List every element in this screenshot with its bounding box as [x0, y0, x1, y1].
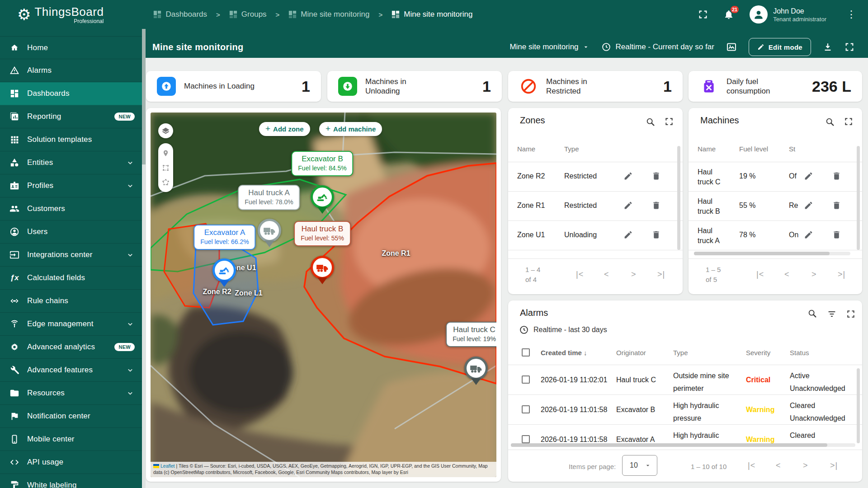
column-header-name[interactable]: Name [517, 145, 535, 153]
sidebar-item-edge-management[interactable]: Edge management [0, 313, 142, 336]
sidebar-item-calculated-fields[interactable]: ƒx Calculated fields [0, 267, 142, 290]
first-page-button[interactable]: |< [756, 270, 764, 279]
first-page-button[interactable]: |< [576, 270, 584, 279]
next-page-button[interactable]: > [803, 461, 808, 470]
mine-site-map[interactable]: +Add zone +Add machine Zone R1 Zone U1 Z… [151, 113, 496, 477]
alarm-row[interactable]: 2026-01-19 11:01:58 Excavator A High hyd… [508, 424, 862, 443]
machine-tooltip-excavator-b[interactable]: Excavator BFuel level: 84.5% [291, 151, 353, 176]
marker-excavator-b[interactable] [311, 185, 334, 209]
machine-tooltip-haul-truck-b[interactable]: Haul truck BFuel level: 55% [294, 221, 351, 246]
fullscreen-icon[interactable] [844, 42, 854, 52]
alarms-timewindow[interactable]: Realtime - last 30 days [533, 326, 607, 334]
delete-icon[interactable] [832, 230, 841, 239]
delete-icon[interactable] [651, 230, 661, 239]
first-page-button[interactable]: |< [748, 461, 755, 470]
fullscreen-icon[interactable] [665, 117, 674, 126]
add-zone-button[interactable]: +Add zone [259, 122, 310, 136]
avatar[interactable] [750, 5, 768, 23]
column-header-status[interactable]: Status [790, 349, 809, 357]
prev-page-button[interactable]: < [784, 270, 790, 279]
column-header-fuel[interactable]: Fuel level [739, 145, 768, 153]
last-page-button[interactable]: >| [830, 461, 838, 470]
edit-icon[interactable] [804, 171, 813, 181]
map-draw-tools[interactable] [158, 143, 173, 192]
sidebar-item-notification-center[interactable]: Notification center [0, 405, 142, 428]
sidebar-item-users[interactable]: Users [0, 221, 142, 244]
column-header-type[interactable]: Type [564, 145, 579, 153]
prev-page-button[interactable]: < [604, 270, 609, 279]
user-info[interactable]: John Doe Tenant administrator [773, 7, 826, 23]
machine-tooltip-excavator-a[interactable]: Excavator AFuel level: 66.2% [193, 225, 255, 250]
edit-icon[interactable] [623, 230, 633, 239]
sidebar-item-mobile-center[interactable]: Mobile center [0, 428, 142, 451]
breadcrumb-group-mine-site[interactable]: Mine site monitoring [288, 10, 369, 19]
dashboard-image-icon[interactable] [726, 42, 737, 52]
marker-excavator-a[interactable] [212, 258, 236, 282]
sidebar-item-reporting[interactable]: Reporting NEW [0, 105, 142, 128]
filter-icon[interactable] [827, 310, 836, 319]
last-page-button[interactable]: >| [657, 270, 665, 279]
breadcrumb-dashboards[interactable]: Dashboards [153, 10, 207, 19]
delete-icon[interactable] [832, 171, 841, 181]
marker-haul-truck-a[interactable] [258, 219, 281, 242]
search-icon[interactable] [825, 117, 835, 127]
next-page-button[interactable]: > [811, 270, 817, 279]
sidebar-item-api-usage[interactable]: API usage [0, 451, 142, 474]
panel-scrollbar[interactable] [857, 368, 860, 443]
sidebar-item-customers[interactable]: Customers [0, 197, 142, 221]
sidebar-item-alarms[interactable]: Alarms [0, 59, 142, 82]
delete-icon[interactable] [651, 201, 661, 210]
kebab-menu-icon[interactable]: ⋮ [846, 9, 856, 19]
column-header-type[interactable]: Type [673, 349, 688, 357]
column-header-status[interactable]: St [789, 145, 795, 153]
search-icon[interactable] [646, 117, 656, 127]
horizontal-scrollbar[interactable] [694, 252, 850, 255]
notifications-bell-icon[interactable]: 21 [723, 9, 734, 20]
add-machine-button[interactable]: +Add machine [319, 122, 382, 136]
marker-haul-truck-c[interactable] [464, 357, 488, 380]
row-checkbox[interactable] [522, 375, 530, 384]
edit-icon[interactable] [804, 230, 813, 239]
next-page-button[interactable]: > [631, 270, 637, 279]
panel-scrollbar[interactable] [857, 146, 860, 250]
sidebar-item-advanced-analytics[interactable]: Advanced analytics NEW [0, 336, 142, 359]
column-header-originator[interactable]: Originator [616, 349, 646, 357]
edit-icon[interactable] [623, 201, 633, 210]
sidebar-item-entities[interactable]: Entities [0, 151, 142, 174]
edit-mode-button[interactable]: Edit mode [749, 38, 811, 56]
edit-icon[interactable] [623, 171, 633, 181]
clock-icon[interactable] [519, 325, 529, 335]
column-header-created[interactable]: Created time ↓ [541, 349, 587, 357]
breadcrumb-groups[interactable]: Groups [229, 10, 267, 19]
delete-icon[interactable] [651, 171, 661, 181]
select-all-checkbox[interactable] [522, 348, 530, 357]
row-checkbox[interactable] [522, 435, 530, 443]
sidebar-item-integrations-center[interactable]: Integrations center [0, 244, 142, 267]
column-header-severity[interactable]: Severity [746, 349, 770, 357]
delete-icon[interactable] [832, 201, 841, 210]
thingsboard-logo[interactable]: ⚙ ThingsBoard Professional [17, 5, 104, 24]
machine-tooltip-haul-truck-c[interactable]: Haul truck CFuel level: 19% [446, 322, 496, 347]
edit-icon[interactable] [804, 201, 813, 210]
column-header-name[interactable]: Name [698, 145, 716, 153]
sidebar-item-profiles[interactable]: Profiles [0, 174, 142, 197]
panel-scrollbar[interactable] [677, 146, 680, 250]
fullscreen-icon[interactable] [844, 117, 853, 126]
prev-page-button[interactable]: < [776, 461, 781, 470]
sidebar-item-solution-templates[interactable]: Solution templates [0, 128, 142, 151]
last-page-button[interactable]: >| [838, 270, 845, 279]
map-layers-button[interactable] [158, 123, 173, 138]
search-icon[interactable] [807, 309, 817, 319]
sidebar-item-resources[interactable]: Resources [0, 382, 142, 405]
sidebar-item-white-labeling[interactable]: White labeling [0, 474, 142, 488]
sidebar-scrollbar[interactable] [142, 29, 146, 488]
download-icon[interactable] [823, 42, 833, 52]
dashboard-state-select[interactable]: Mine site monitoring [509, 42, 589, 52]
machine-tooltip-haul-truck-a[interactable]: Haul truck AFuel level: 78.0% [238, 185, 300, 210]
breadcrumb-current[interactable]: Mine site monitoring [392, 10, 472, 19]
fullscreen-icon[interactable] [846, 310, 855, 319]
sidebar-item-home[interactable]: Home [0, 36, 142, 59]
sidebar-item-advanced-features[interactable]: Advanced features [0, 359, 142, 382]
sidebar-item-rule-chains[interactable]: Rule chains [0, 290, 142, 313]
fullscreen-icon[interactable] [698, 9, 708, 19]
